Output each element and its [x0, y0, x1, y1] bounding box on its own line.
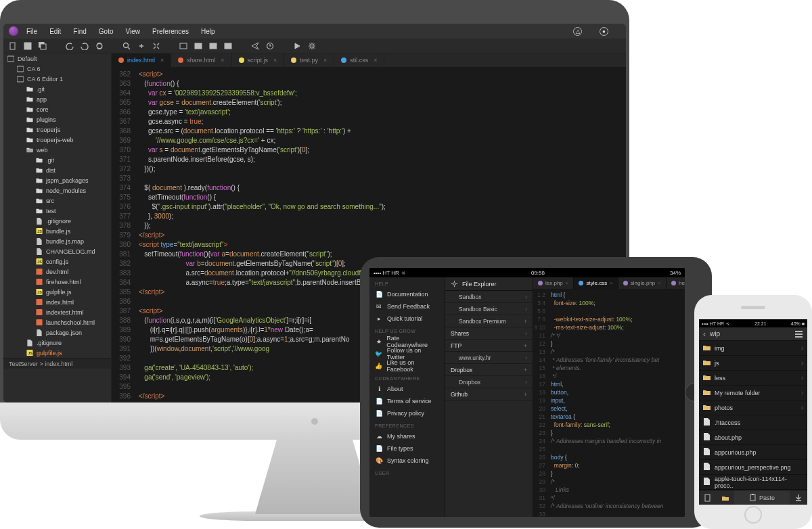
close-icon[interactable]: ×: [566, 280, 569, 286]
tree-item[interactable]: package.json: [3, 327, 111, 338]
close-icon[interactable]: ×: [221, 57, 224, 64]
save-all-icon[interactable]: [39, 42, 47, 50]
sidebar-item[interactable]: ℹ About: [369, 383, 445, 395]
new-folder-button[interactable]: [717, 490, 734, 505]
tree-item[interactable]: firehose.html: [3, 277, 111, 287]
file-row[interactable]: My remote folder ›: [699, 386, 807, 400]
editor-tab[interactable]: lex.php ×: [533, 277, 574, 289]
plus-icon[interactable]: +: [524, 318, 527, 325]
sidebar-item[interactable]: 📄 Terms of service: [369, 395, 445, 407]
download-button[interactable]: [790, 490, 807, 505]
layout-3-icon[interactable]: [209, 42, 217, 50]
layout-4-icon[interactable]: [224, 42, 232, 50]
sidebar-item[interactable]: 📄 File types: [369, 442, 445, 455]
editor-tab[interactable]: stil.css ×: [334, 53, 384, 67]
close-icon[interactable]: ×: [610, 280, 613, 286]
close-icon[interactable]: ×: [658, 280, 661, 286]
save-icon[interactable]: [24, 42, 32, 50]
tree-item[interactable]: index.html: [3, 297, 111, 307]
sidebar-root[interactable]: CA 6 Editor 1: [3, 74, 111, 84]
sidebar-item[interactable]: ▸ Quick tutorial: [369, 313, 445, 325]
explorer-item[interactable]: www.unity.hr ›: [445, 352, 533, 364]
chevron-right-icon[interactable]: ›: [525, 294, 527, 300]
tablet-file-explorer[interactable]: File Explorer Sandbox › Sandbox Basic › …: [445, 277, 533, 517]
expand-icon[interactable]: [152, 42, 160, 50]
editor-tab[interactable]: style.css ×: [574, 277, 618, 289]
gear-icon[interactable]: [451, 280, 458, 288]
collapse-icon[interactable]: [137, 42, 145, 50]
editor-tab[interactable]: heade ×: [667, 277, 685, 289]
tree-item[interactable]: bundle.js.map: [3, 236, 111, 246]
tree-item[interactable]: gulpfile.js: [3, 287, 111, 297]
plus-icon[interactable]: +: [524, 367, 527, 373]
layout-2-icon[interactable]: [194, 42, 202, 50]
close-icon[interactable]: ×: [323, 57, 327, 64]
sidebar-item[interactable]: 🐦 Follow us on Twitter: [369, 348, 445, 360]
tree-item[interactable]: web: [3, 145, 111, 155]
tree-item[interactable]: .git: [3, 155, 111, 165]
back-icon[interactable]: ‹: [703, 329, 706, 339]
chevron-right-icon[interactable]: ›: [525, 306, 527, 313]
tree-item[interactable]: src: [3, 196, 111, 206]
menu-edit[interactable]: Edit: [49, 28, 61, 35]
explorer-item[interactable]: Dropbox ›: [445, 376, 533, 388]
paste-button[interactable]: Paste: [734, 490, 790, 505]
tree-item[interactable]: core: [3, 104, 111, 114]
explorer-item[interactable]: Sandbox Premium +: [445, 315, 533, 327]
menu-help[interactable]: Help: [201, 28, 215, 35]
tree-item[interactable]: bundle.js: [3, 226, 111, 236]
editor-tab[interactable]: share.html ×: [171, 53, 231, 67]
menu-prefs[interactable]: Preferences: [152, 28, 189, 35]
tree-item[interactable]: gulpfile.js: [3, 348, 111, 358]
explorer-item[interactable]: Sandbox Basic ›: [445, 303, 533, 315]
chevron-right-icon[interactable]: ›: [525, 354, 527, 361]
menu-file[interactable]: File: [26, 28, 37, 35]
sidebar-item[interactable]: ★ Rate Codeanywhere: [369, 336, 445, 348]
refresh-icon[interactable]: [95, 42, 104, 50]
menu-find[interactable]: Find: [73, 28, 86, 35]
search-icon[interactable]: [122, 42, 131, 50]
tree-item[interactable]: dev.html: [3, 267, 111, 277]
send-icon[interactable]: [251, 42, 259, 50]
tree-item[interactable]: launchschool.html: [3, 317, 111, 327]
file-row[interactable]: img ›: [699, 341, 807, 356]
tree-item[interactable]: trooperjs-web: [3, 135, 111, 145]
sidebar-root[interactable]: Default: [3, 53, 111, 64]
tree-item[interactable]: jspm_packages: [3, 175, 111, 185]
editor-tab[interactable]: test.py ×: [284, 53, 334, 67]
close-icon[interactable]: ×: [273, 57, 277, 64]
explorer-item[interactable]: Github +: [445, 388, 533, 400]
sidebar-root[interactable]: CA 6: [3, 64, 111, 74]
phone-home-button[interactable]: [744, 506, 762, 524]
sidebar-item[interactable]: 📄 Privacy policy: [369, 407, 445, 419]
new-file-button[interactable]: [699, 490, 717, 505]
list-layout-icon[interactable]: [794, 329, 803, 338]
chevron-right-icon[interactable]: ›: [525, 379, 527, 386]
plus-icon[interactable]: +: [524, 391, 527, 398]
account-icon[interactable]: ●: [600, 27, 608, 36]
editor-tab[interactable]: index.html ×: [112, 53, 171, 67]
tree-item[interactable]: config.js: [3, 256, 111, 267]
phone-file-list[interactable]: img › js › less › My remote folder › pho: [699, 341, 807, 490]
sidebar-item[interactable]: 🎨 Syntax coloring: [369, 455, 445, 467]
notifications-icon[interactable]: △: [573, 27, 582, 36]
explorer-item[interactable]: Dropbox +: [445, 364, 533, 376]
sidebar-item[interactable]: 📄 Documentation: [369, 288, 445, 300]
file-row[interactable]: photos ›: [699, 400, 807, 415]
file-row[interactable]: appcurious_perspective.png: [699, 460, 807, 475]
settings-icon[interactable]: [308, 42, 316, 50]
play-icon[interactable]: [293, 42, 301, 50]
sidebar-item[interactable]: 👍 Like us on Facebook: [369, 360, 445, 372]
file-row[interactable]: .htaccess: [699, 415, 807, 430]
tree-item[interactable]: .gitignore: [3, 216, 111, 226]
layout-1-icon[interactable]: [179, 42, 187, 50]
tree-item[interactable]: test: [3, 206, 111, 216]
menu-goto[interactable]: Goto: [99, 28, 114, 35]
tree-item[interactable]: .gitignore: [3, 338, 111, 348]
sidebar-item[interactable]: ✉ Send Feedback: [369, 300, 445, 313]
tree-item[interactable]: CHANGELOG.md: [3, 246, 111, 256]
editor-tab[interactable]: single.php ×: [618, 277, 667, 289]
editor-tab[interactable]: script.js ×: [232, 53, 285, 67]
sidebar-item[interactable]: ☁ My shares: [369, 430, 445, 442]
tree-item[interactable]: plugins: [3, 114, 111, 124]
